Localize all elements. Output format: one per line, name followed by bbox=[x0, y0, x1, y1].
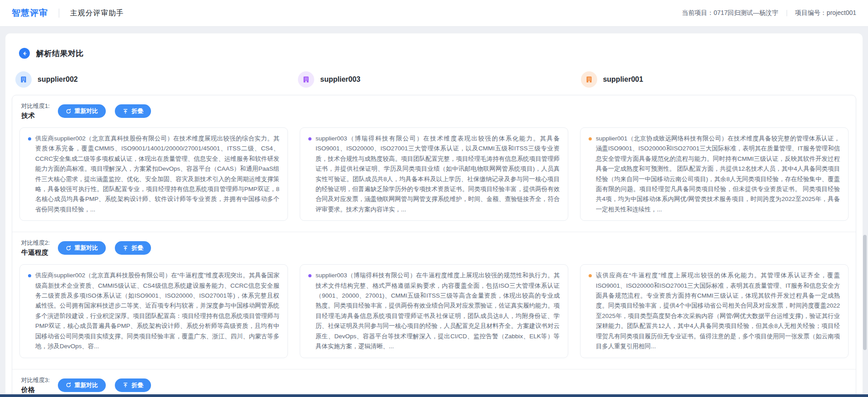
section-header: 对比维度1: 技术 重新对比 折叠 bbox=[12, 95, 856, 126]
refresh-icon bbox=[66, 245, 71, 251]
analysis-card-supplier003: supplier003（博瑞得科技有限公司）在技术维度表现出较强的体系化能力。其… bbox=[300, 127, 568, 221]
collapse-button[interactable]: 折叠 bbox=[115, 104, 151, 118]
arrow-left-icon bbox=[22, 51, 28, 56]
recompare-button[interactable]: 重新对比 bbox=[58, 378, 106, 392]
comparison-sections-container: 对比维度1: 技术 重新对比 折叠 bbox=[12, 95, 856, 397]
analysis-card-supplier001: supplier001（北京协成致远网络科技有限公司）在技术维度具备较完整的管理… bbox=[580, 127, 849, 221]
section-dimension-3: 对比维度3: 价格 重新对比 折叠 bbox=[12, 369, 856, 397]
supplier-header-supplier003: supplier003 bbox=[295, 71, 566, 88]
dimension-index-label: 对比维度2: bbox=[21, 239, 50, 247]
bullet-dot-icon bbox=[308, 137, 311, 140]
analysis-text: 该供应商在“牛逼程度”维度上展现出较强的体系化能力。其管理体系认证齐全，覆盖IS… bbox=[596, 271, 840, 351]
project-code-label: 项目编号：project001 bbox=[795, 9, 856, 17]
section-header: 对比维度2: 牛逼程度 重新对比 折叠 bbox=[12, 232, 856, 262]
recompare-button[interactable]: 重新对比 bbox=[58, 104, 106, 118]
section-title-row: 解析结果对比 bbox=[19, 48, 856, 59]
arrow-up-to-line-icon bbox=[123, 245, 128, 251]
analysis-text: supplier001（北京协成致远网络科技有限公司）在技术维度具备较完整的管理… bbox=[596, 134, 840, 215]
bullet-dot-icon bbox=[589, 137, 592, 140]
analysis-text: 供应商supplier002（北京直真科技股份有限公司）在“牛逼程度”维度表现突… bbox=[35, 271, 279, 351]
dimension-label-block: 对比维度1: 技术 bbox=[21, 102, 50, 120]
cards-row: 供应商supplier002（北京直真科技股份有限公司）在“牛逼程度”维度表现突… bbox=[12, 262, 856, 369]
analysis-card-supplier002: 供应商supplier002（北京直真科技股份有限公司）在“牛逼程度”维度表现突… bbox=[19, 264, 288, 358]
analysis-card-supplier001: 该供应商在“牛逼程度”维度上展现出较强的体系化能力。其管理体系认证齐全，覆盖IS… bbox=[580, 264, 849, 358]
dimension-name: 技术 bbox=[21, 112, 50, 120]
analysis-card-supplier002: 供应商supplier002（北京直真科技股份有限公司）在技术维度展现出较强的综… bbox=[19, 127, 288, 221]
dimension-index-label: 对比维度1: bbox=[21, 102, 50, 110]
bullet-dot-icon bbox=[308, 274, 311, 277]
analysis-text: supplier003（博瑞得科技有限公司）在牛逼程度维度上展现出较强的规范性和… bbox=[316, 271, 560, 351]
section-dimension-1: 对比维度1: 技术 重新对比 折叠 bbox=[12, 95, 856, 232]
arrow-up-to-line-icon bbox=[123, 108, 128, 114]
page-subtitle: 主观分评审助手 bbox=[70, 9, 124, 18]
arrow-up-to-line-icon bbox=[123, 382, 128, 388]
vertical-scrollbar-thumb[interactable] bbox=[863, 235, 867, 350]
analysis-text: 供应商supplier002（北京直真科技股份有限公司）在技术维度展现出较强的综… bbox=[35, 134, 279, 215]
bullet-dot-icon bbox=[28, 137, 31, 140]
section-dimension-2: 对比维度2: 牛逼程度 重新对比 折叠 bbox=[12, 232, 856, 369]
supplier-header-supplier002: supplier002 bbox=[13, 71, 283, 88]
main-panel: 解析结果对比 supplier002 supplier003 supplier0… bbox=[5, 33, 863, 397]
supplier-header-row: supplier002 supplier003 supplier001 bbox=[12, 71, 856, 88]
topbar: 智慧评审 主观分评审助手 当前项目：0717回归测试—杨汶宇 项目编号：proj… bbox=[0, 0, 868, 27]
refresh-icon bbox=[66, 108, 71, 114]
dimension-name: 牛逼程度 bbox=[21, 248, 50, 257]
current-project-label: 当前项目：0717回归测试—杨汶宇 bbox=[682, 9, 778, 17]
supplier-name: supplier003 bbox=[320, 75, 360, 84]
building-icon bbox=[581, 71, 597, 88]
dimension-label-block: 对比维度3: 价格 bbox=[21, 376, 50, 394]
recompare-button[interactable]: 重新对比 bbox=[58, 241, 106, 255]
bullet-dot-icon bbox=[28, 274, 31, 277]
header-right-divider bbox=[787, 10, 787, 16]
dimension-label-block: 对比维度2: 牛逼程度 bbox=[21, 239, 50, 257]
supplier-name: supplier002 bbox=[38, 75, 78, 84]
dimension-index-label: 对比维度3: bbox=[21, 376, 50, 384]
analysis-card-supplier003: supplier003（博瑞得科技有限公司）在牛逼程度维度上展现出较强的规范性和… bbox=[300, 264, 568, 358]
collapse-button[interactable]: 折叠 bbox=[115, 241, 151, 255]
collapse-button[interactable]: 折叠 bbox=[115, 378, 151, 392]
cards-row: 供应商supplier002（北京直真科技股份有限公司）在技术维度展现出较强的综… bbox=[12, 126, 856, 232]
back-button[interactable] bbox=[19, 48, 30, 59]
refresh-icon bbox=[66, 382, 71, 388]
bottom-edge-bar bbox=[0, 394, 868, 397]
dimension-name: 价格 bbox=[21, 386, 50, 394]
analysis-text: supplier003（博瑞得科技有限公司）在技术维度表现出较强的体系化能力。其… bbox=[316, 134, 560, 215]
page-title: 解析结果对比 bbox=[36, 48, 84, 59]
header-divider bbox=[59, 9, 59, 18]
supplier-header-supplier001: supplier001 bbox=[578, 71, 849, 88]
bullet-dot-icon bbox=[589, 274, 592, 277]
building-icon bbox=[298, 71, 314, 88]
building-icon bbox=[15, 71, 32, 88]
app-brand[interactable]: 智慧评审 bbox=[12, 7, 48, 19]
supplier-name: supplier001 bbox=[603, 75, 643, 84]
section-header: 对比维度3: 价格 重新对比 折叠 bbox=[12, 369, 856, 397]
